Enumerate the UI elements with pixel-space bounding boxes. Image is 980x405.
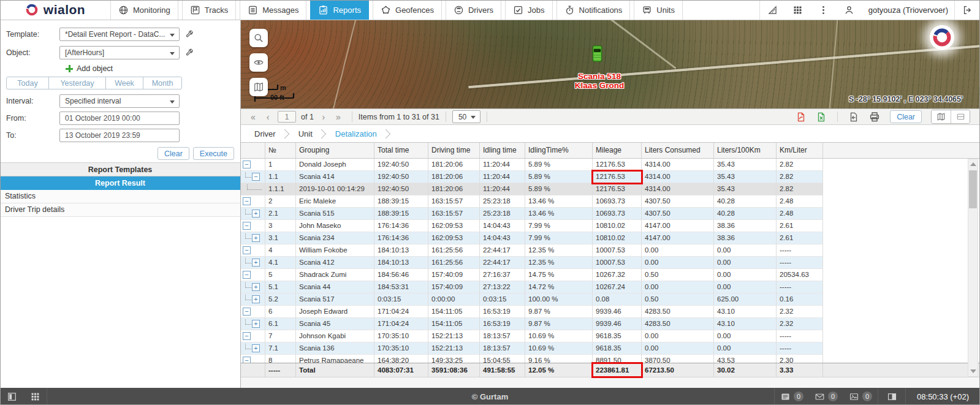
table-row[interactable]: +6.1Scania 45171:04:24154:11:0516:53:199…: [241, 318, 980, 330]
table-row[interactable]: +2.1Scania 515188:39:15163:15:5725:23:18…: [241, 208, 980, 220]
to-date-input[interactable]: [59, 129, 180, 142]
wialon-logo[interactable]: wialon: [0, 0, 110, 20]
table-row[interactable]: −1.1Scania 414192:40:50181:20:0611:20:44…: [241, 171, 980, 183]
table-scrollbar[interactable]: [968, 159, 978, 377]
more-menu-button[interactable]: [811, 0, 837, 20]
collapse-icon[interactable]: −: [243, 197, 251, 205]
first-page-button[interactable]: «: [246, 112, 260, 122]
table-row[interactable]: 1.1.12019-10-01 00:14:29192:40:50181:20:…: [241, 183, 980, 195]
report-tab-driver[interactable]: Driver: [252, 129, 278, 138]
counter-photo[interactable]: 0: [843, 392, 878, 402]
export-pdf-icon[interactable]: [796, 112, 807, 123]
header-km-liter[interactable]: Km/Liter: [777, 143, 823, 158]
apps-button[interactable]: [785, 0, 811, 20]
period-month-button[interactable]: Month: [143, 77, 182, 89]
table-row[interactable]: +5.2Scania 5170:03:150:00:000:03:15100.0…: [241, 293, 980, 306]
table-row[interactable]: −6Joseph Edward171:04:24154:11:0516:53:1…: [241, 306, 980, 318]
period-yesterday-button[interactable]: Yesterday: [48, 77, 106, 89]
split-view-toggle[interactable]: [951, 110, 970, 123]
collapse-icon[interactable]: −: [243, 246, 251, 254]
table-row[interactable]: +3.1Scania 234176:14:36162:09:5314:04:43…: [241, 232, 980, 244]
object-select[interactable]: [AfterHours]: [59, 46, 180, 59]
table-row[interactable]: −3John Maseko176:14:36162:09:5314:04:437…: [241, 220, 980, 232]
add-object-link[interactable]: Add object: [66, 64, 235, 73]
expand-icon[interactable]: +: [252, 234, 260, 242]
table-row[interactable]: +7.1Scania 136170:35:10152:21:1318:13:57…: [241, 343, 980, 355]
header-num[interactable]: №: [265, 143, 296, 158]
header-idlingtime-[interactable]: IdlingTime%: [525, 143, 593, 158]
header-grouping[interactable]: Grouping: [296, 143, 374, 158]
counter-listlines[interactable]: 0: [775, 392, 809, 402]
report-templates-header[interactable]: Report Templates: [0, 162, 240, 176]
table-row[interactable]: −5Shadrack Zumi184:56:46157:40:0927:16:3…: [241, 269, 980, 281]
map-search-button[interactable]: [249, 29, 268, 47]
collapse-icon[interactable]: −: [243, 222, 251, 230]
map-view-toggle[interactable]: [932, 110, 951, 123]
import-file-icon[interactable]: [848, 112, 859, 123]
expand-icon[interactable]: +: [252, 210, 260, 218]
last-page-button[interactable]: »: [331, 112, 346, 122]
template-settings-wrench-icon[interactable]: [185, 28, 194, 41]
user-button[interactable]: [837, 0, 862, 20]
table-row[interactable]: −4William Fokobe184:10:13161:25:5622:44:…: [241, 244, 980, 257]
header-liters-consumed[interactable]: Liters Consumed: [642, 143, 714, 158]
object-settings-wrench-icon[interactable]: [185, 46, 194, 59]
expand-icon[interactable]: +: [252, 295, 260, 303]
table-row[interactable]: −7Johnson Kgabi170:35:10152:21:1318:13:5…: [241, 330, 980, 343]
collapse-icon[interactable]: −: [243, 332, 251, 340]
nav-tab-monitoring[interactable]: Monitoring: [110, 0, 178, 20]
map[interactable]: m 00 ft Scania 518 Klaas Grond S -28° 15…: [241, 20, 980, 108]
toggle-bottom-panel-button[interactable]: [0, 388, 23, 405]
header-total-time[interactable]: Total time: [374, 143, 428, 158]
period-week-button[interactable]: Week: [105, 77, 143, 89]
collapse-icon[interactable]: −: [243, 161, 251, 168]
from-date-input[interactable]: [59, 112, 180, 125]
toggle-grid-button[interactable]: [23, 388, 47, 405]
map-layers-button[interactable]: [249, 78, 268, 96]
table-row[interactable]: −8Petrus Ramapaeane164:38:20149:33:2515:…: [241, 355, 980, 363]
collapse-icon[interactable]: −: [243, 357, 251, 363]
clear-report-button[interactable]: Clear: [890, 110, 922, 123]
result-item-statistics[interactable]: Statistics: [0, 190, 240, 203]
collapse-icon[interactable]: −: [252, 173, 260, 181]
tools-ruler-button[interactable]: [759, 0, 785, 20]
expand-icon[interactable]: +: [252, 259, 260, 267]
print-icon[interactable]: [868, 111, 881, 123]
nav-tab-messages[interactable]: Messages: [240, 0, 306, 20]
period-today-button[interactable]: Today: [6, 77, 49, 89]
table-row[interactable]: −2Eric Maleke188:39:15163:15:5725:23:181…: [241, 195, 980, 208]
prev-page-button[interactable]: ‹: [260, 112, 275, 122]
page-size-select[interactable]: 50: [452, 110, 481, 123]
page-number-input[interactable]: 1: [278, 111, 296, 123]
expand-icon[interactable]: +: [252, 320, 260, 328]
clear-button[interactable]: Clear: [158, 147, 189, 160]
scroll-down-arrow-icon[interactable]: [970, 369, 976, 373]
nav-tab-tracks[interactable]: Tracks: [182, 0, 237, 20]
nav-tab-drivers[interactable]: Drivers: [446, 0, 501, 20]
report-tab-detalization[interactable]: Detalization: [333, 129, 379, 138]
expand-icon[interactable]: +: [252, 283, 260, 291]
header-driving-time[interactable]: Driving time: [428, 143, 480, 158]
header-liters-100km[interactable]: Liters/100Km: [714, 143, 777, 158]
report-tab-unit[interactable]: Unit: [296, 129, 315, 138]
header-idling-time[interactable]: Idling time: [480, 143, 525, 158]
nav-tab-geofences[interactable]: Geofences: [373, 0, 442, 20]
expand-icon[interactable]: +: [252, 344, 260, 352]
nav-tab-jobs[interactable]: Jobs: [505, 0, 552, 20]
collapse-icon[interactable]: −: [243, 308, 251, 316]
table-row[interactable]: +5.1Scania 44184:53:31157:40:0927:13:221…: [241, 281, 980, 293]
interval-select[interactable]: Specified interval: [59, 94, 180, 108]
logout-button[interactable]: [954, 0, 980, 20]
panes-view-button[interactable]: [878, 388, 905, 405]
map-visibility-button[interactable]: [249, 53, 268, 72]
header-mileage[interactable]: Mileage: [593, 143, 642, 158]
template-select[interactable]: *Detail Event Report - DataC...: [59, 28, 180, 41]
scroll-up-arrow-icon[interactable]: [970, 162, 976, 166]
table-row[interactable]: −1Donald Joseph192:40:50181:20:0611:20:4…: [241, 159, 980, 171]
result-item-driver-trip-details[interactable]: Driver Trip details: [0, 203, 240, 217]
scrollbar-thumb[interactable]: [969, 170, 977, 208]
nav-tab-notifications[interactable]: Notifications: [556, 0, 631, 20]
execute-button[interactable]: Execute: [193, 147, 234, 160]
user-name[interactable]: gotyouza (Triovervoer): [862, 6, 954, 15]
report-result-header[interactable]: Report Result: [0, 176, 240, 190]
